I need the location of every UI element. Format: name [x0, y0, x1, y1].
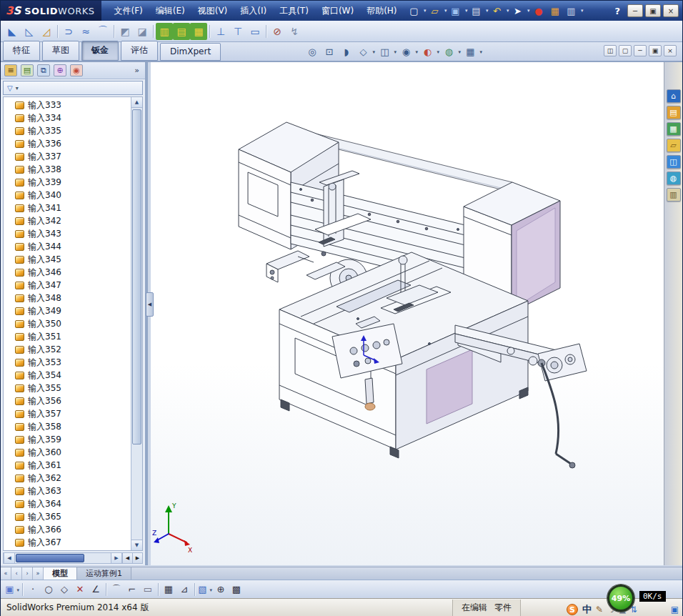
scroll-up-icon[interactable]: ▲ [131, 97, 142, 108]
tree-item[interactable]: 输入338 [4, 163, 142, 176]
configurationmanager-tab-icon[interactable]: ⧉ [37, 64, 50, 76]
menu-item[interactable]: 帮助(H) [360, 1, 403, 21]
options-icon[interactable]: ▥ [564, 4, 584, 18]
command-tab[interactable]: 钣金 [81, 41, 119, 61]
tree-item[interactable]: 输入355 [4, 382, 142, 394]
pane-splitter-left-icon[interactable]: ◀ [122, 553, 132, 563]
design-library-icon[interactable]: ▤ [667, 106, 681, 119]
command-tab[interactable]: 草图 [42, 41, 79, 61]
base-flange-icon[interactable]: ◣ [4, 23, 21, 40]
selection-box-icon[interactable]: ▭ [140, 582, 156, 597]
sketched-bend-icon[interactable]: ⌒ [94, 23, 111, 40]
menu-item[interactable]: 窗口(W) [315, 1, 360, 21]
solidworks-resources-icon[interactable]: ⌂ [667, 89, 681, 103]
panel-splitter-handle[interactable]: ◀ [146, 292, 154, 317]
tree-item[interactable]: 输入365 [4, 510, 142, 523]
corner-rectangle-icon[interactable]: ⌐ [124, 582, 140, 597]
menu-item[interactable]: 文件(F) [107, 1, 149, 21]
command-tab[interactable]: DimXpert [160, 43, 221, 61]
view-settings-icon[interactable]: ▦ [463, 44, 483, 59]
flatten-icon[interactable]: ▭ [246, 23, 264, 40]
tree-item[interactable]: 输入346 [4, 266, 142, 279]
print-icon[interactable]: ▤ [469, 4, 489, 18]
tree-item[interactable]: 输入353 [4, 356, 142, 369]
pane-display-button[interactable]: ◫ [604, 45, 617, 56]
tray-end-icon[interactable]: ▣ [671, 605, 679, 615]
point-tool-icon[interactable]: · [25, 582, 41, 597]
tree-item[interactable]: 输入339 [4, 176, 142, 189]
scroll-thumb[interactable] [132, 109, 141, 444]
make-block-icon[interactable]: ⊿ [176, 582, 192, 597]
help-icon[interactable]: ? [609, 6, 625, 16]
tree-item[interactable]: 输入358 [4, 420, 142, 433]
sogou-ime-icon[interactable]: S [567, 604, 578, 615]
apply-scene-icon[interactable]: ◍ [442, 44, 462, 59]
tree-item[interactable]: 输入364 [4, 497, 142, 510]
panel-overflow-chevron-icon[interactable]: » [134, 66, 141, 75]
doc-minimize-button[interactable]: ─ [634, 45, 647, 56]
open-document-icon[interactable]: ▱ [427, 4, 448, 18]
hem-icon[interactable]: ⊃ [60, 23, 77, 40]
scenes-icon[interactable]: ◍ [667, 172, 681, 185]
view-cube-icon[interactable]: ▧ [197, 582, 213, 597]
propertymanager-tab-icon[interactable]: ▤ [21, 64, 34, 76]
tree-item[interactable]: 输入366 [4, 523, 142, 536]
scroll-right-icon[interactable]: ▶ [111, 553, 122, 563]
forming-tool-icon[interactable]: ▥ [156, 23, 173, 40]
tree-item[interactable]: 输入336 [4, 137, 142, 150]
pane-splitter-right-icon[interactable]: ▶ [132, 553, 142, 563]
hscroll-thumb[interactable] [16, 554, 84, 562]
maximize-button[interactable]: ▣ [645, 4, 661, 17]
record-macro-icon[interactable]: ● [531, 4, 547, 18]
circle-tool-icon[interactable]: ○ [41, 582, 56, 597]
tab-nav-button[interactable]: « [1, 567, 11, 580]
save-icon[interactable]: ▣ [4, 582, 20, 597]
scroll-down-icon[interactable]: ▼ [131, 540, 142, 550]
fold-icon[interactable]: ⊤ [229, 23, 246, 40]
menu-item[interactable]: 编辑(E) [149, 1, 191, 21]
sketch-chamfer-icon[interactable]: ∠ [88, 582, 104, 597]
tray-percent-badge[interactable]: 49% [607, 585, 634, 612]
ime-chinese-mode[interactable]: 中 [582, 603, 592, 616]
tree-item[interactable]: 输入362 [4, 472, 142, 485]
tree-item[interactable]: 输入349 [4, 304, 142, 317]
edge-flange-icon[interactable]: ◺ [21, 23, 38, 40]
view-palette-icon[interactable]: ▦ [667, 122, 681, 136]
tab-nav-button[interactable]: › [22, 567, 33, 580]
appearances-icon[interactable]: ◫ [667, 155, 681, 169]
doc-close-button[interactable]: × [664, 45, 677, 56]
display-style-icon[interactable]: ◫ [377, 44, 397, 59]
tree-item[interactable]: 输入354 [4, 369, 142, 382]
tree-horizontal-scrollbar[interactable]: ◀ ▶ ◀ ▶ [3, 552, 143, 564]
menu-item[interactable]: 插入(I) [234, 1, 273, 21]
close-button[interactable]: × [663, 4, 679, 17]
view-orientation-icon[interactable]: ◇ [356, 44, 376, 59]
zoom-fit-icon[interactable]: ◎ [304, 44, 320, 59]
toolbox-icon[interactable]: ▦ [547, 4, 564, 18]
file-explorer-icon[interactable]: ▱ [667, 139, 681, 152]
command-tab[interactable]: 特征 [3, 41, 40, 61]
featuremanager-tab-icon[interactable]: ≡ [4, 64, 17, 76]
zoom-area-icon[interactable]: ⊡ [321, 44, 337, 59]
doc-restore-button[interactable]: ▣ [649, 45, 662, 56]
scroll-left-icon[interactable]: ◀ [4, 553, 15, 563]
new-document-icon[interactable]: ▢ [407, 4, 427, 18]
fullscreen-button[interactable]: ▢ [619, 45, 632, 56]
tree-item[interactable]: 输入357 [4, 407, 142, 420]
miter-flange-icon[interactable]: ◿ [38, 23, 55, 40]
menu-item[interactable]: 视图(V) [191, 1, 234, 21]
grid-icon[interactable]: ▩ [229, 582, 244, 597]
tree-item[interactable]: 输入344 [4, 240, 142, 253]
displaymanager-tab-icon[interactable]: ◉ [70, 64, 83, 76]
rip-icon[interactable]: ↯ [286, 23, 303, 40]
section-view-icon[interactable]: ◗ [339, 44, 354, 59]
origin-icon[interactable]: ⊕ [213, 582, 229, 597]
tree-vertical-scrollbar[interactable]: ▲ ▼ [131, 97, 142, 550]
linear-pattern-icon[interactable]: ▦ [161, 582, 176, 597]
vent-icon[interactable]: ▦ [190, 23, 207, 40]
tree-item[interactable]: 输入333 [4, 99, 142, 111]
minimize-button[interactable]: ─ [627, 4, 643, 17]
trim-entities-icon[interactable]: ✕ [72, 582, 88, 597]
ime-pen-icon[interactable]: ✎ [596, 605, 603, 615]
tree-item[interactable]: 输入337 [4, 150, 142, 163]
